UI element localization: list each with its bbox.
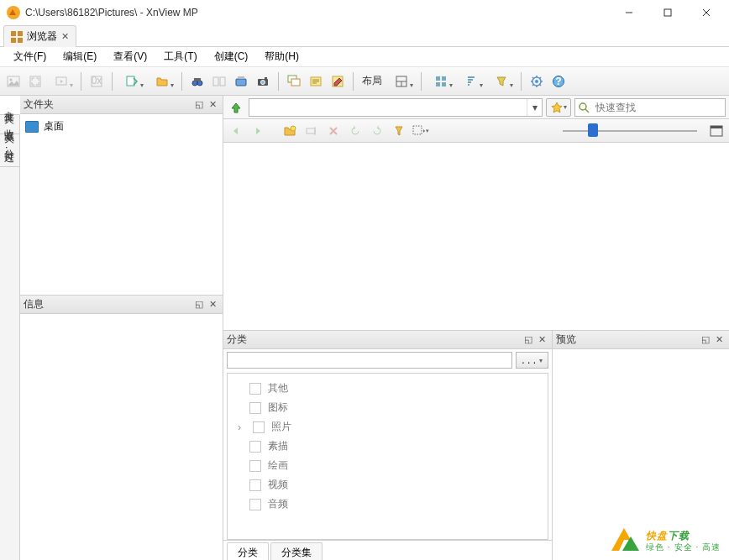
svg-point-41 [580,103,586,110]
rotate-left-icon[interactable] [346,122,364,140]
back-button[interactable] [227,122,245,140]
scanner-icon[interactable] [231,71,251,92]
preview-panel-header[interactable]: 预览 ◱ ✕ [553,331,729,349]
category-item[interactable]: 视频 [234,475,541,495]
menu-help[interactable]: 帮助(H) [256,47,307,66]
slideshow-icon[interactable] [47,71,76,92]
panel-close-icon[interactable]: ✕ [206,98,219,112]
select-dropdown-icon[interactable]: ▾ [412,122,430,140]
view-image-icon[interactable] [3,71,24,92]
slider-thumb[interactable] [588,123,598,137]
help-icon[interactable]: ? [548,71,569,92]
binoculars-icon[interactable] [187,71,207,92]
batch-rename-icon[interactable] [306,71,326,92]
category-panel: 分类 ◱ ✕ . . . ▾ 其他 图标 照片 素描 [223,331,553,560]
settings-icon[interactable] [527,71,547,92]
svg-rect-47 [711,126,722,128]
category-item[interactable]: 绘画 [234,456,541,475]
path-combo[interactable]: ▾ [249,98,543,117]
menu-create[interactable]: 创建(C) [206,47,257,66]
checkbox[interactable] [249,460,261,472]
close-button[interactable] [687,0,726,25]
category-item[interactable]: 音频 [234,495,541,514]
folder-panel: 文件夹 ◱ ✕ 桌面 [20,96,223,296]
svg-rect-33 [436,76,440,81]
category-item[interactable]: 素描 [234,437,541,456]
batch-convert-icon[interactable] [284,71,304,92]
sidetab-folders[interactable]: 文件夹 [0,96,20,115]
checkbox[interactable] [253,421,265,433]
camera-icon[interactable] [253,71,273,92]
tab-category[interactable]: 分类 [227,542,269,560]
thumbnail-size-slider[interactable] [563,128,697,133]
panel-close-icon[interactable]: ✕ [712,333,726,347]
forward-button[interactable] [249,122,267,140]
new-folder-icon[interactable] [281,122,299,140]
category-panel-header[interactable]: 分类 ◱ ✕ [223,331,552,349]
favorite-button[interactable]: ▾ [546,98,571,117]
sort-icon[interactable] [457,71,485,92]
checkbox[interactable] [249,479,261,491]
menu-file[interactable]: 文件(F) [5,47,55,66]
open-folder-icon[interactable] [148,71,176,92]
svg-rect-6 [18,31,23,36]
toggle-view-icon[interactable] [707,122,726,140]
folder-tree[interactable]: 桌面 [20,114,223,295]
go-up-button[interactable] [227,98,245,117]
svg-rect-19 [213,77,218,86]
quick-search[interactable] [574,98,726,117]
panel-close-icon[interactable]: ✕ [206,298,219,311]
compare-icon[interactable] [209,71,229,92]
category-item[interactable]: 其他 [234,379,541,398]
maximize-button[interactable] [648,0,687,25]
category-list[interactable]: 其他 图标 照片 素描 绘画 视频 音频 [227,373,548,540]
rename-icon[interactable] [302,122,321,140]
path-input[interactable] [249,102,527,113]
search-input[interactable] [592,102,725,113]
checkbox[interactable] [249,441,261,453]
preview-body [553,349,729,560]
category-tabs: 分类 分类集 [223,540,552,560]
menu-tools[interactable]: 工具(T) [155,47,205,66]
thumbnail-view[interactable] [223,143,729,331]
checkbox[interactable] [249,499,261,510]
minimize-button[interactable] [610,0,648,25]
svg-rect-36 [442,82,446,86]
sidetab-favorites[interactable]: 收藏夹 [0,115,19,134]
info-panel-header[interactable]: 信息 ◱ ✕ [20,296,223,314]
category-filter-input[interactable] [227,352,512,369]
rotate-right-icon[interactable] [368,122,386,140]
tag-filter-icon[interactable] [390,122,408,140]
checkbox[interactable] [249,383,261,395]
fullscreen-icon[interactable] [25,71,45,92]
undock-icon[interactable]: ◱ [699,333,712,347]
svg-rect-7 [11,38,16,43]
filter-icon[interactable] [487,71,516,92]
category-item[interactable]: 图标 [234,398,541,417]
undock-icon[interactable]: ◱ [192,298,206,311]
menu-edit[interactable]: 编辑(E) [55,47,105,66]
folder-panel-header[interactable]: 文件夹 ◱ ✕ [20,96,223,114]
tab-categoryset[interactable]: 分类集 [270,542,323,560]
category-item[interactable]: 照片 [234,417,541,437]
layout-dropdown[interactable] [387,71,416,92]
delete-icon[interactable] [324,122,343,140]
folder-item-label: 桌面 [44,119,64,133]
thumbnail-view-icon[interactable] [427,71,455,92]
convert-icon[interactable] [118,71,146,92]
hex-icon[interactable]: 0x [87,71,107,92]
tab-browser[interactable]: 浏览器 ✕ [3,25,76,47]
edit-metadata-icon[interactable] [328,71,348,92]
chevron-down-icon[interactable]: ▾ [527,99,542,116]
tab-close-icon[interactable]: ✕ [61,31,69,42]
panel-close-icon[interactable]: ✕ [535,333,548,347]
sidetab-catfilter[interactable]: 分类过... [0,134,19,167]
menu-view[interactable]: 查看(V) [105,47,155,66]
undock-icon[interactable]: ◱ [522,333,535,347]
category-menu-button[interactable]: . . . ▾ [516,352,548,369]
info-body [20,314,223,560]
svg-point-10 [10,78,13,81]
undock-icon[interactable]: ◱ [192,98,206,112]
checkbox[interactable] [249,402,261,414]
folder-item-desktop[interactable]: 桌面 [25,118,218,135]
